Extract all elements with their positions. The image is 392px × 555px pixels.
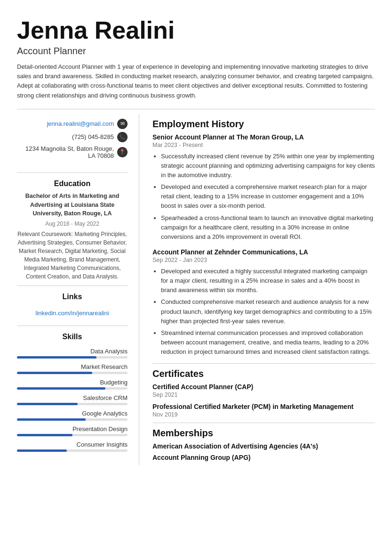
contact-divider (17, 172, 128, 173)
links-divider (17, 326, 128, 326)
job-bullet: Successfully increased client revenue by… (161, 152, 375, 180)
job-title: Account Planner at Zehnder Communication… (152, 248, 375, 256)
skill-bar-bg (17, 449, 128, 452)
job-bullet: Conducted comprehensive market research … (161, 297, 375, 326)
links-section-title: Links (17, 293, 128, 301)
memberships-section-title: Memberships (152, 428, 375, 439)
skill-item: Google Analytics (17, 410, 128, 421)
phone-text: (725) 045-8285 (72, 133, 114, 140)
links-section: Links linkedin.com/in/jennarealini (17, 293, 128, 321)
skills-list: Data Analysis Market Research Budgeting … (17, 345, 128, 461)
skills-section: Skills Data Analysis Market Research Bud… (17, 333, 128, 461)
contact-phone: (725) 045-8285 📞 (17, 132, 128, 142)
skill-label: Data Analysis (90, 348, 128, 355)
skill-label: Consumer Insights (77, 441, 128, 448)
employment-divider (152, 363, 375, 364)
coursework-text: Marketing Principles, Advertising Strate… (17, 231, 127, 280)
header: Jenna Realini Account Planner Detail-ori… (17, 17, 375, 100)
contact-address: 1234 Magnolia St, Baton Rouge,LA 70808 📍 (17, 145, 128, 159)
cert-entry: Certified Account Planner (CAP) Sep 2021 (152, 383, 375, 398)
skill-bar-fill (17, 449, 67, 452)
education-degree: Bachelor of Arts in Marketing and Advert… (17, 192, 128, 218)
cert-entry: Professional Certified Marketer (PCM) in… (152, 403, 375, 418)
skill-item: Budgeting (17, 379, 128, 390)
job-date: Sep 2022 - Jan 2023 (152, 257, 375, 263)
skill-bar-fill (17, 418, 86, 421)
skill-label: Salesforce CRM (83, 394, 128, 401)
memberships-section: Memberships American Association of Adve… (152, 428, 375, 461)
phone-icon: 📞 (117, 132, 128, 142)
education-section-title: Education (17, 180, 128, 188)
job-entry: Account Planner at Zehnder Communication… (152, 248, 375, 357)
job-bullet: Developed and executed a comprehensive m… (161, 182, 375, 211)
skill-bar-fill (17, 434, 72, 436)
skill-item: Presentation Design (17, 425, 128, 436)
email-icon: ✉ (117, 119, 128, 129)
skill-item: Market Research (17, 363, 128, 374)
cert-date: Nov 2019 (152, 411, 375, 418)
certificates-section-title: Certificates (152, 368, 375, 379)
contact-email: jenna.realini@gmail.com ✉ (17, 119, 128, 129)
education-coursework: Relevant Coursework: Marketing Principle… (17, 230, 128, 281)
cert-title: Professional Certified Marketer (PCM) in… (152, 403, 375, 410)
memberships-container: American Association of Advertising Agen… (152, 442, 375, 461)
links-content: linkedin.com/in/jennarealini (17, 305, 128, 321)
skill-label: Budgeting (100, 379, 128, 386)
skill-item: Salesforce CRM (17, 394, 128, 405)
candidate-name: Jenna Realini (17, 17, 375, 44)
jobs-container: Senior Account Planner at The Moran Grou… (152, 133, 375, 357)
email-link[interactable]: jenna.realini@gmail.com (47, 120, 114, 127)
job-bullet: Developed and executed a highly successf… (161, 267, 375, 295)
education-divider (17, 286, 128, 286)
skill-bar-fill (17, 403, 78, 405)
job-bullets: Developed and executed a highly successf… (152, 267, 375, 357)
certificates-section: Certificates Certified Account Planner (… (152, 368, 375, 418)
linkedin-link[interactable]: linkedin.com/in/jennarealini (35, 310, 109, 317)
job-date: Mar 2023 - Present (152, 142, 375, 148)
employment-section: Employment History Senior Account Planne… (152, 119, 375, 357)
job-title: Senior Account Planner at The Moran Grou… (152, 133, 375, 141)
employment-section-title: Employment History (152, 119, 375, 130)
skill-bar-bg (17, 372, 128, 374)
location-icon: 📍 (117, 147, 128, 157)
education-entry: Bachelor of Arts in Marketing and Advert… (17, 192, 128, 281)
skill-bar-fill (17, 356, 96, 359)
address-text: 1234 Magnolia St, Baton Rouge,LA 70808 (25, 145, 114, 159)
skill-bar-bg (17, 434, 128, 436)
skill-item: Consumer Insights (17, 441, 128, 452)
certs-divider (152, 423, 375, 423)
membership-item: Account Planning Group (APG) (152, 454, 375, 461)
job-bullet: Streamlined internal communication proce… (161, 328, 375, 357)
main-content: Employment History Senior Account Planne… (139, 114, 375, 465)
contact-section: jenna.realini@gmail.com ✉ (725) 045-8285… (17, 114, 128, 168)
skill-bar-bg (17, 403, 128, 405)
job-entry: Senior Account Planner at The Moran Grou… (152, 133, 375, 242)
skill-label: Presentation Design (72, 425, 128, 433)
header-divider (17, 109, 375, 109)
certs-container: Certified Account Planner (CAP) Sep 2021… (152, 383, 375, 418)
cert-date: Sep 2021 (152, 392, 375, 398)
sidebar: jenna.realini@gmail.com ✉ (725) 045-8285… (17, 114, 139, 465)
education-date: Aug 2018 - May 2022 (17, 220, 128, 228)
membership-item: American Association of Advertising Agen… (152, 442, 375, 450)
candidate-title: Account Planner (17, 46, 375, 57)
skills-section-title: Skills (17, 333, 128, 341)
skill-item: Data Analysis (17, 348, 128, 359)
main-layout: jenna.realini@gmail.com ✉ (725) 045-8285… (17, 114, 375, 465)
skill-label: Market Research (81, 363, 128, 370)
skill-bar-bg (17, 356, 128, 359)
education-section: Education Bachelor of Arts in Marketing … (17, 180, 128, 281)
skill-bar-fill (17, 387, 105, 390)
job-bullets: Successfully increased client revenue by… (152, 152, 375, 242)
coursework-label: Relevant Coursework: (17, 231, 73, 237)
candidate-summary: Detail-oriented Account Planner with 1 y… (17, 62, 375, 100)
skill-bar-fill (17, 372, 92, 374)
skill-bar-bg (17, 418, 128, 421)
cert-title: Certified Account Planner (CAP) (152, 383, 375, 391)
skill-bar-bg (17, 387, 128, 390)
job-bullet: Spearheaded a cross-functional team to l… (161, 213, 375, 242)
skill-label: Google Analytics (82, 410, 128, 417)
